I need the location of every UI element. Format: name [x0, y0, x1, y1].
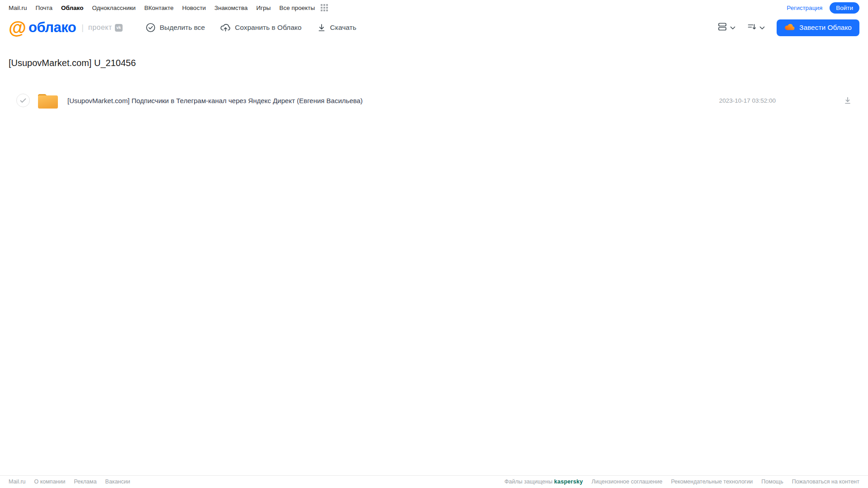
topnav-link-igry[interactable]: Игры	[256, 5, 271, 11]
mailru-at-icon: @	[9, 19, 26, 37]
sort-selector[interactable]	[747, 22, 765, 33]
sort-icon	[747, 22, 756, 33]
logo-text: облако	[28, 19, 76, 36]
view-mode-selector[interactable]	[718, 22, 735, 33]
file-date: 2023-10-17 03:52:00	[719, 97, 776, 104]
topnav-link-oblako[interactable]: Облако	[61, 5, 83, 11]
page-title: [UsupovMarket.com] U_210456	[9, 58, 859, 68]
login-button[interactable]: Войти	[830, 2, 859, 14]
topnav-link-mailru[interactable]: Mail.ru	[9, 5, 27, 11]
select-all-label: Выделить все	[160, 24, 205, 32]
chevron-down-icon	[730, 24, 735, 32]
file-toolbar: Выделить все Сохранить в Облако Скачать	[146, 15, 356, 40]
logo-divider: |	[81, 23, 84, 33]
registration-link[interactable]: Регистрация	[787, 5, 822, 11]
list-view-icon	[718, 22, 727, 33]
main-content: [UsupovMarket.com] U_210456 [UsupovMarke…	[0, 58, 868, 112]
footer-link-license[interactable]: Лицензионное соглашение	[592, 479, 663, 485]
topnav-link-odnoklassniki[interactable]: Одноклассники	[92, 5, 135, 11]
download-button[interactable]: Скачать	[317, 23, 356, 32]
file-name-link[interactable]: [UsupovMarket.com] Подписчики в Телеграм…	[67, 97, 363, 104]
header-right-controls: Завести Облако	[718, 19, 859, 36]
folder-icon	[37, 92, 59, 109]
vk-icon: vk	[115, 24, 123, 32]
footer-link-jobs[interactable]: Вакансии	[105, 479, 130, 485]
select-all-button[interactable]: Выделить все	[146, 23, 205, 33]
project-label: проект	[88, 24, 112, 32]
save-to-cloud-button[interactable]: Сохранить в Облако	[220, 23, 301, 33]
checkmark-icon	[20, 98, 26, 103]
top-nav-bar: Mail.ru Почта Облако Одноклассники ВКонт…	[0, 0, 868, 15]
footer-bar: Mail.ru О компании Реклама Вакансии Файл…	[0, 475, 868, 488]
footer-link-help[interactable]: Помощь	[761, 479, 783, 485]
kaspersky-protected[interactable]: Файлы защищены kaspersky	[504, 479, 583, 485]
footer-link-recommendations[interactable]: Рекомендательные технологии	[671, 479, 753, 485]
footer-link-mailru[interactable]: Mail.ru	[9, 479, 26, 485]
kaspersky-logo: kaspersky	[554, 479, 583, 485]
row-download-icon[interactable]	[844, 96, 852, 104]
check-circle-icon	[146, 23, 156, 33]
download-label: Скачать	[330, 24, 356, 32]
get-cloud-label: Завести Облако	[799, 24, 852, 32]
topnav-link-all-projects[interactable]: Все проекты	[279, 5, 315, 11]
topnav-link-pochta[interactable]: Почта	[36, 5, 53, 11]
cloud-icon	[784, 23, 795, 33]
file-row[interactable]: [UsupovMarket.com] Подписчики в Телеграм…	[9, 89, 859, 112]
protected-label: Файлы защищены	[504, 479, 552, 485]
download-icon	[317, 23, 326, 32]
footer-link-report[interactable]: Пожаловаться на контент	[792, 479, 859, 485]
save-to-cloud-label: Сохранить в Облако	[235, 24, 301, 32]
project-vk-label: | проект vk	[81, 23, 123, 33]
topnav-link-novosti[interactable]: Новости	[182, 5, 206, 11]
chevron-down-icon	[759, 24, 765, 32]
get-cloud-button[interactable]: Завести Облако	[777, 19, 859, 36]
cloud-upload-icon	[220, 23, 231, 33]
footer-link-about[interactable]: О компании	[34, 479, 66, 485]
row-checkbox[interactable]	[16, 94, 30, 107]
topnav-link-znakomstva[interactable]: Знакомства	[214, 5, 247, 11]
cloud-logo[interactable]: @ облако | проект vk	[9, 19, 123, 37]
header-bar: @ облако | проект vk Выделить все	[0, 15, 868, 40]
footer-link-ads[interactable]: Реклама	[74, 479, 96, 485]
apps-grid-icon[interactable]	[321, 4, 328, 11]
topnav-link-vkontakte[interactable]: ВКонтакте	[144, 5, 174, 11]
